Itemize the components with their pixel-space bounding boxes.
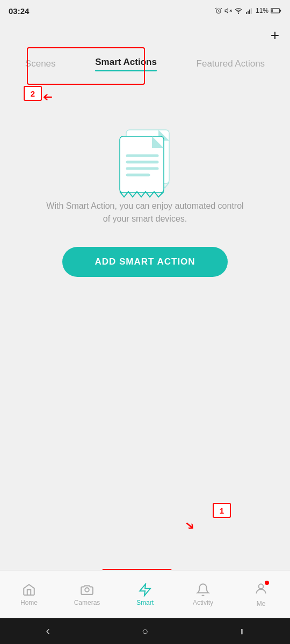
svg-rect-4 <box>246 12 247 14</box>
home-nav-icon <box>22 583 36 597</box>
add-icon[interactable]: + <box>271 27 279 44</box>
nav-activity[interactable]: Activity <box>184 583 222 606</box>
step1-badge: 1 <box>213 503 231 518</box>
alarm-icon <box>215 7 222 14</box>
svg-rect-5 <box>248 11 249 14</box>
step2-arrow: ➔ <box>43 90 53 104</box>
svg-point-20 <box>85 588 89 592</box>
svg-rect-6 <box>249 10 250 14</box>
signal-icon <box>245 7 253 14</box>
android-recents-button[interactable]: ⫿ <box>240 627 244 635</box>
wifi-icon <box>234 7 243 14</box>
mute-icon <box>224 7 232 14</box>
step2-badge: 2 <box>24 86 42 101</box>
status-bar: 03:24 11% <box>0 0 290 21</box>
camera-nav-icon <box>80 583 94 597</box>
svg-rect-10 <box>271 9 273 12</box>
nav-cameras-label: Cameras <box>74 599 100 606</box>
nav-smart-label: Smart <box>136 599 154 606</box>
main-content: With Smart Action, you can enjoy automat… <box>0 103 290 288</box>
android-home-button[interactable]: ○ <box>142 625 148 638</box>
nav-smart[interactable]: Smart <box>126 583 164 606</box>
svg-point-21 <box>259 584 264 589</box>
tab-scenes[interactable]: Scenes <box>25 58 56 72</box>
status-time: 03:24 <box>9 6 29 16</box>
bottom-nav: Home Cameras Smart Activity Me <box>0 570 290 618</box>
svg-rect-7 <box>251 8 252 13</box>
document-illustration <box>110 125 180 200</box>
svg-point-3 <box>238 13 238 13</box>
battery-icon <box>271 8 281 14</box>
android-nav-bar: ‹ ○ ⫿ <box>0 618 290 644</box>
nav-me-label: Me <box>257 600 266 608</box>
bell-nav-icon <box>196 583 210 597</box>
nav-home-label: Home <box>20 599 38 606</box>
tab-smart-actions[interactable]: Smart Actions <box>95 57 157 75</box>
nav-home[interactable]: Home <box>10 583 48 606</box>
step1-arrow: ➔ <box>182 517 198 533</box>
tab-featured-actions[interactable]: Featured Actions <box>197 58 265 72</box>
top-bar: + <box>0 21 290 49</box>
nav-me[interactable]: Me <box>242 582 280 608</box>
me-notification-dot <box>265 581 269 585</box>
smart-nav-icon <box>138 583 152 597</box>
tabs-bar: Scenes Smart Actions Featured Actions <box>0 49 290 82</box>
add-smart-action-button[interactable]: ADD SMART ACTION <box>62 247 227 277</box>
status-icons: 11% <box>215 7 281 14</box>
empty-state-description: With Smart Action, you can enjoy automat… <box>43 200 247 225</box>
svg-rect-9 <box>280 10 281 11</box>
nav-cameras[interactable]: Cameras <box>68 583 106 606</box>
nav-activity-label: Activity <box>193 599 213 606</box>
android-back-button[interactable]: ‹ <box>46 624 50 638</box>
battery-text: 11% <box>256 7 269 14</box>
